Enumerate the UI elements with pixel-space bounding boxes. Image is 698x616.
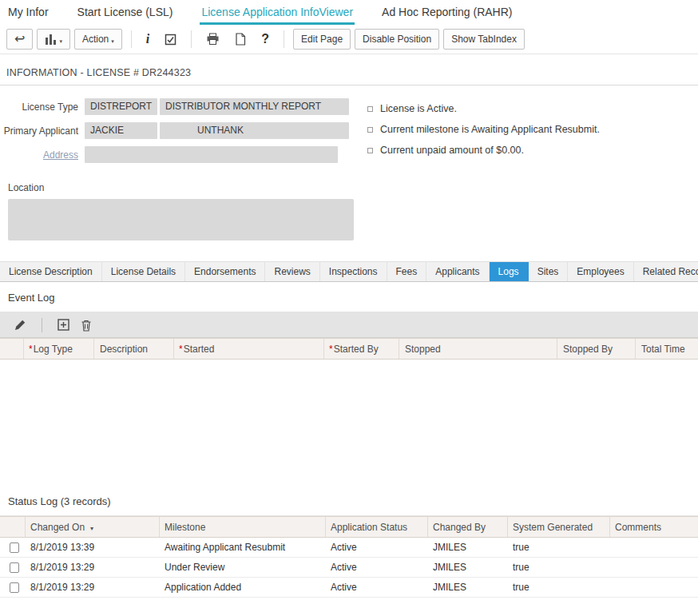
row-checkbox[interactable] bbox=[10, 562, 19, 573]
tab-employees[interactable]: Employees bbox=[568, 262, 633, 281]
column-header-description[interactable]: Description bbox=[94, 339, 174, 359]
chart-view-button[interactable]: ▾ bbox=[37, 29, 70, 50]
system-generated-cell: true bbox=[508, 542, 610, 553]
changed-by-cell: JMILES bbox=[428, 582, 508, 593]
application-status-cell: Active bbox=[326, 582, 428, 593]
primary-applicant-row: Primary Applicant JACKIE UNTHANK bbox=[0, 122, 356, 139]
column-header-changed-on[interactable]: Changed On▾ bbox=[26, 517, 160, 537]
info-section: License Type DISTREPORT DISTRIBUTOR MONT… bbox=[0, 85, 698, 240]
disable-position-button[interactable]: Disable Position bbox=[355, 29, 439, 50]
tab-applicants[interactable]: Applicants bbox=[426, 262, 489, 281]
column-header-system-generated[interactable]: System Generated bbox=[508, 517, 610, 537]
toolbar-separator bbox=[284, 30, 284, 48]
toolbar: ↩ ▾ Action ▾ i ? Edit Page Disable Posit… bbox=[0, 25, 698, 54]
row-checkbox[interactable] bbox=[10, 582, 19, 593]
info-icon: i bbox=[146, 32, 149, 46]
event-log-toolbar bbox=[0, 312, 698, 338]
tab-license-details[interactable]: License Details bbox=[102, 262, 185, 281]
row-checkbox[interactable] bbox=[10, 542, 19, 553]
checkbox-icon bbox=[165, 34, 176, 46]
license-type-code-field[interactable]: DISTREPORT bbox=[85, 98, 157, 115]
required-marker: * bbox=[179, 344, 183, 355]
status-log-row[interactable]: 8/1/2019 13:39 Awaiting Applicant Resubm… bbox=[0, 538, 698, 558]
help-button[interactable]: ? bbox=[256, 29, 275, 50]
add-record-button[interactable] bbox=[52, 315, 75, 336]
show-tabindex-button[interactable]: Show TabIndex bbox=[443, 29, 525, 50]
trash-icon bbox=[81, 319, 92, 332]
tab-license-description[interactable]: License Description bbox=[0, 262, 102, 281]
column-header-changed-by[interactable]: Changed By bbox=[428, 517, 508, 537]
changed-on-cell: 8/1/2019 13:39 bbox=[26, 542, 160, 553]
tab-logs[interactable]: Logs bbox=[490, 262, 529, 281]
status-summary-list: License is Active. Current milestone is … bbox=[367, 98, 600, 240]
system-generated-cell: true bbox=[508, 562, 610, 573]
status-log-row[interactable]: 8/1/2019 13:29 Under Review Active JMILE… bbox=[0, 558, 698, 578]
tab-endorsements[interactable]: Endorsements bbox=[185, 262, 265, 281]
tab-my-infor[interactable]: My Infor bbox=[6, 0, 50, 25]
dropdown-arrow-icon: ▾ bbox=[111, 38, 114, 45]
license-form: License Type DISTREPORT DISTRIBUTOR MONT… bbox=[0, 98, 356, 240]
application-status-cell: Active bbox=[326, 542, 428, 553]
primary-applicant-first-name-field[interactable]: JACKIE bbox=[85, 122, 157, 139]
event-log-title: Event Log bbox=[0, 282, 698, 312]
tab-ad-hoc-reporting[interactable]: Ad Hoc Reporting (RAHR) bbox=[380, 0, 514, 25]
page-icon bbox=[235, 33, 246, 46]
primary-applicant-last-name-field[interactable]: UNTHANK bbox=[160, 122, 349, 139]
row-select-cell bbox=[0, 582, 26, 593]
new-page-button[interactable] bbox=[229, 29, 252, 50]
printer-icon bbox=[206, 33, 220, 46]
column-header-log-type[interactable]: *Log Type bbox=[24, 339, 94, 359]
tab-reviews[interactable]: Reviews bbox=[265, 262, 319, 281]
tasks-button[interactable] bbox=[159, 29, 182, 50]
detail-tab-bar: License Description License Details Endo… bbox=[0, 261, 698, 282]
column-header-started-by[interactable]: *Started By bbox=[324, 339, 399, 359]
status-summary-item: Current unpaid amount of $0.00. bbox=[367, 145, 600, 156]
milestone-cell: Under Review bbox=[160, 562, 326, 573]
back-button[interactable]: ↩ bbox=[6, 29, 33, 50]
pencil-icon bbox=[14, 319, 26, 332]
action-menu-button[interactable]: Action ▾ bbox=[74, 29, 122, 50]
tab-fees[interactable]: Fees bbox=[387, 262, 427, 281]
event-log-empty-body bbox=[0, 360, 698, 486]
required-marker: * bbox=[329, 344, 333, 355]
bullet-square-icon bbox=[367, 148, 373, 153]
location-field[interactable] bbox=[8, 199, 354, 240]
print-button[interactable] bbox=[200, 29, 225, 50]
tab-start-license[interactable]: Start License (LSL) bbox=[76, 0, 175, 25]
info-button[interactable]: i bbox=[141, 29, 155, 50]
event-log-header-row: *Log Type Description *Started *Started … bbox=[0, 338, 698, 360]
address-row: Address bbox=[0, 146, 356, 163]
tab-related-records[interactable]: Related Records bbox=[634, 262, 698, 281]
toolbar-separator bbox=[131, 30, 132, 48]
column-header-stopped[interactable]: Stopped bbox=[399, 339, 557, 359]
license-type-desc-field[interactable]: DISTRIBUTOR MONTHLY REPORT bbox=[160, 98, 349, 115]
address-link[interactable]: Address bbox=[0, 149, 85, 161]
add-icon bbox=[58, 319, 69, 331]
edit-page-button[interactable]: Edit Page bbox=[293, 29, 351, 50]
column-header-started[interactable]: *Started bbox=[174, 339, 324, 359]
address-field[interactable] bbox=[85, 146, 338, 163]
status-summary-item: License is Active. bbox=[367, 103, 600, 114]
milestone-cell: Awaiting Applicant Resubmit bbox=[160, 542, 326, 553]
edit-record-button[interactable] bbox=[8, 315, 32, 336]
toolbar-separator bbox=[42, 318, 42, 332]
delete-record-button[interactable] bbox=[75, 315, 97, 336]
column-header-milestone[interactable]: Milestone bbox=[160, 517, 326, 537]
select-column-header bbox=[0, 339, 24, 359]
required-marker: * bbox=[29, 344, 33, 355]
primary-applicant-label: Primary Applicant bbox=[0, 125, 85, 137]
changed-by-cell: JMILES bbox=[428, 542, 508, 553]
sort-descending-icon: ▾ bbox=[90, 525, 93, 532]
column-header-stopped-by[interactable]: Stopped By bbox=[557, 339, 636, 359]
tab-inspections[interactable]: Inspections bbox=[320, 262, 387, 281]
tab-license-application-infoviewer[interactable]: License Application InfoViewer bbox=[200, 0, 355, 25]
column-header-comments[interactable]: Comments bbox=[610, 517, 698, 537]
status-log-title: Status Log (3 records) bbox=[0, 486, 698, 516]
column-header-application-status[interactable]: Application Status bbox=[326, 517, 428, 537]
status-log-row[interactable]: 8/1/2019 13:29 Application Added Active … bbox=[0, 578, 698, 598]
action-menu-label: Action bbox=[82, 34, 109, 45]
tab-sites[interactable]: Sites bbox=[529, 262, 569, 281]
help-icon: ? bbox=[261, 32, 269, 46]
status-summary-text: License is Active. bbox=[380, 103, 457, 114]
column-header-total-time[interactable]: Total Time bbox=[636, 339, 698, 359]
